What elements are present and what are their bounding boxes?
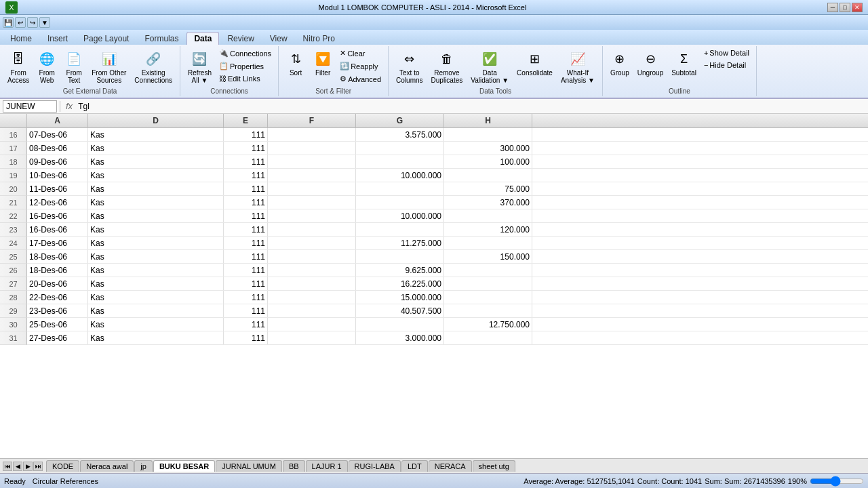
list-item[interactable]: 12-Des-06 <box>27 196 88 209</box>
clear-button[interactable]: ✕ Clear <box>337 47 384 59</box>
list-item[interactable]: 16-Des-06 <box>27 223 88 236</box>
list-item[interactable] <box>444 237 532 249</box>
list-item[interactable]: Kas <box>88 264 224 277</box>
table-row[interactable]: 08-Des-06 Kas111300.000 <box>27 142 868 155</box>
tab-nitro-pro[interactable]: Nitro Pro <box>296 32 342 45</box>
ungroup-button[interactable]: ⊖ Ungroup <box>634 47 667 79</box>
list-item[interactable]: 111 <box>224 237 268 249</box>
tab-data[interactable]: Data <box>186 32 219 45</box>
list-item[interactable]: 16-Des-06 <box>27 209 88 222</box>
subtotal-button[interactable]: Σ Subtotal <box>668 47 700 79</box>
undo-quick-button[interactable]: ↩ <box>15 17 26 28</box>
list-item[interactable] <box>444 209 532 222</box>
name-box[interactable] <box>3 100 57 113</box>
consolidate-button[interactable]: ⊞ Consolidate <box>513 47 556 79</box>
list-item[interactable] <box>268 169 356 182</box>
list-item[interactable] <box>268 142 356 155</box>
list-item[interactable]: 300.000 <box>444 142 532 155</box>
col-header-a[interactable]: A <box>27 114 88 127</box>
zoom-slider[interactable] <box>810 476 864 487</box>
table-row[interactable]: 27-Des-06Kas1113.000.000 <box>27 331 868 345</box>
sheet-nav-prev[interactable]: ◀ <box>13 462 22 471</box>
list-item[interactable] <box>268 155 356 168</box>
list-item[interactable]: 111 <box>224 250 268 263</box>
reapply-button[interactable]: 🔃 Reapply <box>337 60 384 72</box>
tab-view[interactable]: View <box>262 32 295 45</box>
list-item[interactable]: Kas <box>88 196 224 209</box>
list-item[interactable] <box>268 237 356 249</box>
group-button[interactable]: ⊕ Group <box>607 47 633 79</box>
list-item[interactable]: 111 <box>224 318 268 331</box>
table-row[interactable]: 12-Des-06 Kas111370.000 <box>27 196 868 209</box>
list-item[interactable]: 22-Des-06 <box>27 291 88 304</box>
redo-quick-button[interactable]: ↪ <box>27 17 38 28</box>
tab-home[interactable]: Home <box>3 32 39 45</box>
customize-quick-button[interactable]: ▼ <box>39 17 50 28</box>
table-row[interactable]: 16-Des-06 Kas111120.000 <box>27 223 868 237</box>
list-item[interactable]: 120.000 <box>444 223 532 236</box>
tab-insert[interactable]: Insert <box>40 32 75 45</box>
sheet-nav-first[interactable]: ⏮ <box>3 462 12 471</box>
list-item[interactable]: 11.275.000 <box>356 237 444 249</box>
list-item[interactable]: 111 <box>224 209 268 222</box>
table-row[interactable]: 11-Des-06 Kas11175.000 <box>27 182 868 196</box>
sheet-nav-last[interactable]: ⏭ <box>33 462 43 471</box>
table-row[interactable]: 09-Des-06 Kas111100.000 <box>27 155 868 169</box>
list-item[interactable] <box>356 223 444 236</box>
list-item[interactable] <box>444 169 532 182</box>
list-item[interactable] <box>268 250 356 263</box>
list-item[interactable]: 111 <box>224 196 268 209</box>
list-item[interactable] <box>444 304 532 317</box>
col-header-h[interactable]: H <box>444 114 532 127</box>
list-item[interactable]: 3.000.000 <box>356 331 444 344</box>
show-detail-button[interactable]: + Show Detail <box>701 47 752 58</box>
col-header-f[interactable]: F <box>268 114 356 127</box>
list-item[interactable]: 111 <box>224 277 268 290</box>
list-item[interactable]: 08-Des-06 <box>27 142 88 155</box>
list-item[interactable]: 111 <box>224 304 268 317</box>
sheet-tab-jurnal-umum[interactable]: JURNAL UMUM <box>216 460 282 472</box>
list-item[interactable]: 10-Des-06 <box>27 169 88 182</box>
list-item[interactable] <box>268 196 356 209</box>
table-row[interactable]: 20-Des-06Kas11116.225.000 <box>27 277 868 291</box>
advanced-button[interactable]: ⚙ Advanced <box>337 73 384 85</box>
sheet-nav-next[interactable]: ▶ <box>23 462 33 471</box>
existing-connections-button[interactable]: 🔗 ExistingConnections <box>131 47 176 86</box>
list-item[interactable] <box>444 264 532 277</box>
list-item[interactable]: 150.000 <box>444 250 532 263</box>
formula-input[interactable] <box>78 102 865 111</box>
list-item[interactable] <box>356 196 444 209</box>
connections-button[interactable]: 🔌 Connections <box>216 47 274 59</box>
list-item[interactable]: Kas <box>88 142 224 155</box>
list-item[interactable]: Kas <box>88 304 224 317</box>
list-item[interactable] <box>444 128 532 141</box>
list-item[interactable] <box>356 318 444 331</box>
list-item[interactable]: 111 <box>224 142 268 155</box>
sheet-tab-jp[interactable]: jp <box>134 460 153 472</box>
list-item[interactable]: 111 <box>224 155 268 168</box>
list-item[interactable]: Kas <box>88 128 224 141</box>
from-other-sources-button[interactable]: 📊 From OtherSources <box>88 47 130 86</box>
list-item[interactable]: Kas <box>88 169 224 182</box>
table-row[interactable]: 25-Des-06 Kas11112.750.000 <box>27 318 868 331</box>
list-item[interactable]: 111 <box>224 331 268 344</box>
edit-links-button[interactable]: ⛓ Edit Links <box>216 73 274 84</box>
sheet-tab-ldt[interactable]: LDT <box>401 460 428 472</box>
tab-page-layout[interactable]: Page Layout <box>76 32 136 45</box>
list-item[interactable]: 16.225.000 <box>356 277 444 290</box>
list-item[interactable]: 100.000 <box>444 155 532 168</box>
from-access-button[interactable]: 🗄 FromAccess <box>4 47 33 86</box>
table-row[interactable]: 22-Des-06Kas11115.000.000 <box>27 291 868 304</box>
text-to-columns-button[interactable]: ⇔ Text toColumns <box>393 47 426 86</box>
list-item[interactable]: 12.750.000 <box>444 318 532 331</box>
list-item[interactable]: 111 <box>224 223 268 236</box>
list-item[interactable]: 27-Des-06 <box>27 331 88 344</box>
list-item[interactable] <box>356 250 444 263</box>
list-item[interactable]: 111 <box>224 169 268 182</box>
list-item[interactable]: 9.625.000 <box>356 264 444 277</box>
list-item[interactable] <box>444 331 532 344</box>
refresh-all-button[interactable]: 🔄 RefreshAll ▼ <box>184 47 215 86</box>
col-header-d[interactable]: D <box>88 114 224 127</box>
list-item[interactable]: Kas <box>88 209 224 222</box>
table-row[interactable]: 18-Des-06 Kas111150.000 <box>27 250 868 264</box>
